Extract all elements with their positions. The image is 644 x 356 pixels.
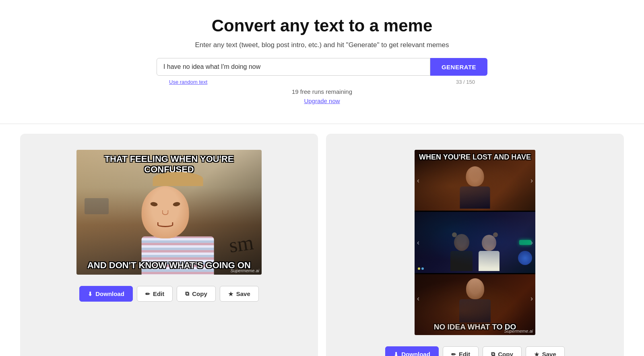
meme1-download-button[interactable]: ⬇ Download xyxy=(79,286,133,302)
download-icon-2: ⬇ xyxy=(394,351,398,356)
meme1-edit-button[interactable]: ✏ Edit xyxy=(137,286,173,302)
meme-card-2: WHEN YOU'RE LOST AND HAVE › ‹ xyxy=(326,134,624,356)
meme1-save-button[interactable]: ★ Save xyxy=(220,286,259,302)
meme1-button-row: ⬇ Download ✏ Edit ⧉ Copy ★ Save xyxy=(79,286,259,302)
meme1-character xyxy=(142,172,214,275)
input-row: GENERATE xyxy=(8,58,636,76)
meme1-edit-label: Edit xyxy=(153,290,164,297)
page-title: Convert any text to a meme xyxy=(8,16,636,35)
meme2-panel-3: NO IDEA WHAT TO DO Supermeme.ai › ‹ xyxy=(415,274,535,335)
meme1-image: THAT FEELING WHEN YOU'RE CONFUSED xyxy=(76,150,262,275)
meme1-download-label: Download xyxy=(95,290,124,297)
meme-grid: THAT FEELING WHEN YOU'RE CONFUSED xyxy=(0,134,644,356)
star-icon-1: ★ xyxy=(228,291,233,297)
meme2-save-label: Save xyxy=(542,351,556,356)
star-icon-2: ★ xyxy=(534,351,539,356)
meme2-copy-label: Copy xyxy=(498,351,513,356)
meme1-bg-element xyxy=(85,198,109,214)
meme2-image: WHEN YOU'RE LOST AND HAVE › ‹ xyxy=(415,150,535,335)
meme2-glow xyxy=(519,240,531,245)
copy-icon-2: ⧉ xyxy=(491,351,495,356)
download-icon: ⬇ xyxy=(88,291,93,297)
edit-icon: ✏ xyxy=(145,291,150,297)
meme2-copy-button[interactable]: ⧉ Copy xyxy=(483,346,522,356)
meme2-button-row: ⬇ Download ✏ Edit ⧉ Copy ★ Save xyxy=(385,346,565,356)
meme2-save-button[interactable]: ★ Save xyxy=(526,346,565,356)
meme1-copy-label: Copy xyxy=(192,290,207,297)
meme2-watermark: Supermeme.ai xyxy=(504,329,533,333)
page-subtitle: Enter any text (tweet, blog post intro, … xyxy=(8,41,636,49)
meme2-bottom-text: NO IDEA WHAT TO DO xyxy=(415,323,535,332)
meme2-image-container: WHEN YOU'RE LOST AND HAVE › ‹ xyxy=(350,150,600,335)
meme2-edit-label: Edit xyxy=(459,351,470,356)
meme2-download-button[interactable]: ⬇ Download xyxy=(385,346,439,356)
text-input[interactable] xyxy=(157,58,430,76)
meme2-edit-button[interactable]: ✏ Edit xyxy=(443,346,479,356)
copy-icon: ⧉ xyxy=(185,290,189,297)
meme2-panel-1: WHEN YOU'RE LOST AND HAVE › ‹ xyxy=(415,150,535,212)
page-header: Convert any text to a meme Enter any tex… xyxy=(0,0,644,124)
meme2-download-label: Download xyxy=(401,351,430,356)
meme1-save-label: Save xyxy=(236,290,250,297)
char-count: 33 / 150 xyxy=(456,79,475,85)
generate-button[interactable]: GENERATE xyxy=(430,58,487,76)
meme-card-1: THAT FEELING WHEN YOU'RE CONFUSED xyxy=(20,134,318,356)
random-text-button[interactable]: Use random text xyxy=(169,79,207,85)
meme2-top-text: WHEN YOU'RE LOST AND HAVE xyxy=(415,153,535,162)
free-runs-text: 19 free runs remaining xyxy=(8,88,636,95)
meme1-image-container: THAT FEELING WHEN YOU'RE CONFUSED xyxy=(44,150,294,275)
edit-icon-2: ✏ xyxy=(451,351,456,356)
meme1-watermark: Supermeme.ai xyxy=(230,268,259,273)
meme1-bg-text: sm xyxy=(228,232,255,256)
divider xyxy=(0,124,644,124)
upgrade-link[interactable]: Upgrade now xyxy=(8,97,636,104)
meme2-panel-2: › ‹ xyxy=(415,212,535,274)
input-meta: Use random text 33 / 150 xyxy=(169,79,475,85)
meme1-copy-button[interactable]: ⧉ Copy xyxy=(177,286,216,302)
